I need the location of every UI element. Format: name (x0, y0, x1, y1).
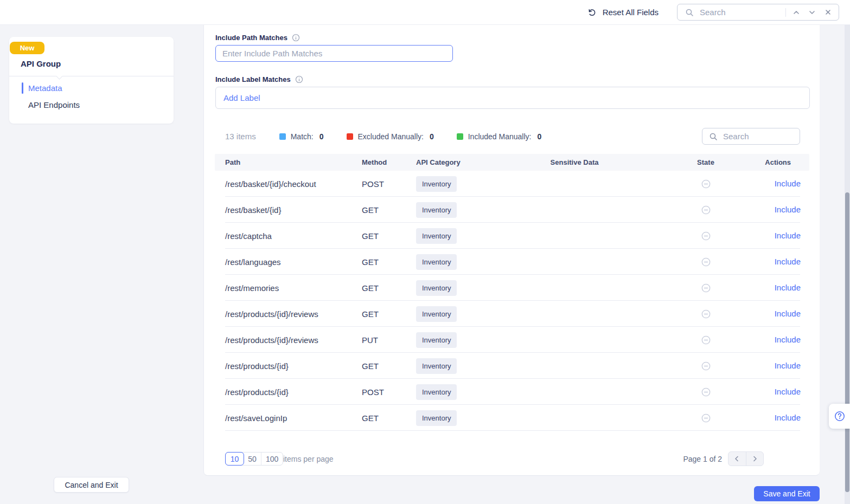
row-state-cell (657, 257, 755, 267)
column-header-api-category: API Category (406, 158, 492, 166)
legend-included-swatch (457, 133, 463, 140)
page-size-50[interactable]: 50 (244, 453, 261, 465)
include-link[interactable]: Include (775, 387, 801, 396)
minus-circle-icon (701, 231, 711, 241)
row-category: Inventory (416, 280, 457, 296)
row-method: GET (351, 361, 406, 371)
sidebar-item-api-endpoints[interactable]: API Endpoints (28, 100, 80, 109)
info-icon (292, 33, 301, 42)
row-path: /rest/saveLoginIp (215, 413, 351, 423)
include-link[interactable]: Include (775, 309, 801, 318)
include-link[interactable]: Include (775, 179, 801, 188)
include-link[interactable]: Include (775, 231, 801, 240)
search-close-button[interactable] (822, 7, 833, 18)
minus-circle-icon (701, 205, 711, 215)
row-method: GET (351, 205, 406, 215)
row-category: Inventory (416, 202, 457, 218)
table-body: /rest/basket/{id}/checkout POST Inventor… (215, 171, 809, 431)
table-row: /rest/products/{id}/reviews GET Inventor… (215, 301, 809, 327)
row-category: Inventory (416, 384, 457, 400)
minus-circle-icon (701, 257, 711, 267)
items-count: 13 items (225, 132, 256, 141)
save-and-exit-button[interactable]: Save and Exit (754, 486, 820, 501)
next-page-button[interactable] (746, 452, 764, 466)
table-row: /rest/memories GET Inventory Include (215, 275, 809, 301)
search-icon (708, 131, 719, 142)
include-link[interactable]: Include (775, 283, 801, 292)
items-per-page-label: items per page (283, 455, 334, 463)
table-row: /rest/products/{id} POST Inventory Inclu… (215, 379, 809, 405)
search-prev-button[interactable] (791, 7, 802, 18)
row-method: GET (351, 231, 406, 241)
active-item-indicator (22, 82, 23, 94)
include-link[interactable]: Include (775, 205, 801, 214)
row-method: GET (351, 257, 406, 267)
prev-page-button[interactable] (728, 452, 746, 466)
row-actions-cell: Include (755, 205, 809, 215)
row-actions-cell: Include (755, 387, 809, 397)
add-label-button[interactable]: Add Label (215, 87, 810, 109)
page-size-group: 10 50 100 (225, 452, 283, 466)
column-header-state: State (657, 158, 755, 166)
row-state-cell (657, 335, 755, 345)
row-path: /rest/captcha (215, 231, 351, 241)
include-link[interactable]: Include (775, 361, 801, 370)
row-state-cell (657, 205, 755, 215)
table-search[interactable]: Search (702, 128, 800, 145)
table-header: Path Method API Category Sensitive Data … (215, 154, 809, 171)
global-search-placeholder: Search (700, 8, 781, 17)
row-category: Inventory (416, 332, 457, 348)
table-row: /rest/captcha GET Inventory Include (215, 223, 809, 249)
reset-icon (586, 7, 597, 18)
search-next-button[interactable] (807, 7, 817, 18)
add-label-text: Add Label (223, 93, 260, 102)
sidebar-item-metadata[interactable]: Metadata (28, 83, 62, 93)
row-category-cell: Inventory (406, 358, 492, 374)
page-size-10[interactable]: 10 (225, 452, 244, 466)
reset-all-fields-button[interactable]: Reset All Fields (586, 7, 659, 18)
row-category-cell: Inventory (406, 410, 492, 426)
page-size-100[interactable]: 100 (261, 453, 283, 465)
legend-excluded-swatch (347, 133, 353, 140)
row-method: GET (351, 413, 406, 423)
row-actions-cell: Include (755, 179, 809, 189)
cancel-and-exit-button[interactable]: Cancel and Exit (54, 477, 129, 493)
legend-included-label: Included Manually: (468, 132, 532, 141)
legend-match-swatch (279, 133, 286, 140)
row-path: /rest/languages (215, 257, 351, 267)
minus-circle-icon (701, 309, 711, 319)
table-row: /rest/products/{id}/reviews PUT Inventor… (215, 327, 809, 353)
row-category-cell: Inventory (406, 202, 492, 218)
scrollbar-thumb[interactable] (845, 192, 849, 492)
row-state-cell (657, 231, 755, 241)
row-category-cell: Inventory (406, 306, 492, 322)
row-state-cell (657, 387, 755, 397)
table-row: /rest/basket/{id}/checkout POST Inventor… (215, 171, 809, 197)
include-link[interactable]: Include (775, 413, 801, 422)
row-category: Inventory (416, 176, 457, 192)
page-nav (728, 451, 764, 466)
row-category-cell: Inventory (406, 280, 492, 296)
include-path-matches-input[interactable] (215, 45, 453, 62)
column-header-method: Method (351, 158, 406, 166)
legend: Match: 0 Excluded Manually: 0 Included M… (279, 132, 542, 141)
search-icon (684, 7, 695, 18)
minus-circle-icon (701, 387, 711, 397)
row-actions-cell: Include (755, 361, 809, 371)
legend-match-label: Match: (291, 132, 314, 141)
help-button[interactable] (829, 404, 850, 429)
topbar: Reset All Fields Search (0, 0, 850, 25)
row-actions-cell: Include (755, 257, 809, 267)
include-link[interactable]: Include (775, 335, 801, 344)
main-panel: Include Path Matches Include Label Match… (203, 25, 820, 476)
global-search[interactable]: Search (677, 4, 839, 21)
row-category: Inventory (416, 228, 457, 244)
question-mark-icon (834, 410, 846, 422)
legend-match-value: 0 (319, 132, 324, 141)
row-actions-cell: Include (755, 413, 809, 423)
row-method: POST (351, 387, 406, 397)
row-path: /rest/products/{id} (215, 361, 351, 371)
summary-row: 13 items Match: 0 Excluded Manually: 0 I… (225, 132, 541, 141)
info-icon (295, 75, 304, 83)
include-link[interactable]: Include (775, 257, 801, 266)
